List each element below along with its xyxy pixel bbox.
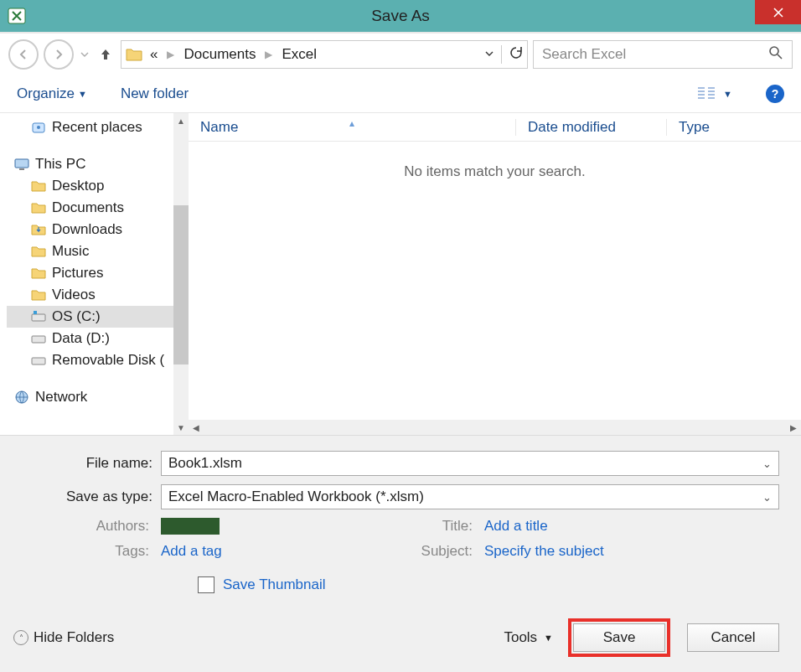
- chevron-down-icon[interactable]: ⌄: [762, 457, 772, 470]
- view-options-button[interactable]: ▼: [696, 85, 732, 102]
- subject-field[interactable]: Specify the subject: [484, 543, 604, 560]
- breadcrumb-documents[interactable]: Documents: [178, 46, 261, 63]
- folder-icon: [30, 221, 47, 238]
- file-list: Name ▴ Date modified Type No items match…: [189, 113, 801, 435]
- column-date-modified[interactable]: Date modified: [515, 119, 666, 136]
- save-form: File name: Book1.xlsm ⌄ Save as type: Ex…: [0, 435, 801, 610]
- breadcrumb-ellipsis[interactable]: «: [145, 46, 163, 63]
- save-type-value: Excel Macro-Enabled Workbook (*.xlsm): [168, 488, 424, 505]
- scroll-left-button[interactable]: ◀: [189, 420, 204, 435]
- recent-places-icon: [30, 119, 47, 136]
- tree-item-downloads[interactable]: Downloads: [7, 219, 189, 240]
- tree-item-pictures[interactable]: Pictures: [7, 262, 189, 284]
- scroll-right-button[interactable]: ▶: [786, 420, 801, 435]
- tree-label: Desktop: [52, 178, 104, 194]
- tree-item-network[interactable]: Network: [7, 386, 189, 408]
- back-button[interactable]: [8, 39, 39, 70]
- tree-label: Recent places: [52, 119, 142, 136]
- caret-down-icon: ▼: [723, 89, 732, 99]
- save-thumbnail-checkbox[interactable]: [198, 576, 214, 593]
- computer-icon: [13, 156, 30, 173]
- folder-icon: [30, 178, 47, 194]
- tree-label: Videos: [52, 287, 96, 303]
- close-button[interactable]: [755, 0, 801, 24]
- up-button[interactable]: [96, 44, 116, 65]
- save-highlight: Save: [568, 618, 670, 657]
- tree-item-documents[interactable]: Documents: [7, 197, 189, 219]
- search-icon[interactable]: [768, 45, 783, 64]
- cancel-button[interactable]: Cancel: [687, 623, 779, 652]
- tree-item-removable[interactable]: Removable Disk (: [7, 349, 189, 371]
- divider: [501, 45, 502, 64]
- column-label: Name: [200, 119, 238, 135]
- folder-icon: [125, 45, 143, 64]
- tools-label: Tools: [504, 629, 537, 646]
- caret-down-icon: ▼: [544, 633, 553, 643]
- title-label: Title:: [400, 518, 484, 535]
- save-button[interactable]: Save: [573, 623, 665, 652]
- svg-rect-17: [32, 358, 45, 364]
- search-input[interactable]: [542, 46, 768, 63]
- tree-item-music[interactable]: Music: [7, 240, 189, 262]
- file-name-input[interactable]: Book1.xlsm ⌄: [161, 451, 779, 476]
- scrollbar-track[interactable]: [204, 420, 786, 435]
- recent-locations-dropdown[interactable]: [79, 39, 90, 70]
- organize-label: Organize: [17, 85, 75, 102]
- tree-label: OS (C:): [52, 308, 101, 325]
- scroll-down-button[interactable]: ▼: [173, 420, 189, 435]
- scroll-up-button[interactable]: ▲: [173, 113, 189, 128]
- help-button[interactable]: ?: [766, 85, 784, 103]
- toolbar: Organize ▼ New folder ▼ ?: [0, 75, 801, 112]
- hide-folders-button[interactable]: ˄ Hide Folders: [13, 629, 114, 646]
- tree-item-desktop[interactable]: Desktop: [7, 175, 189, 197]
- drive-icon: [30, 308, 47, 325]
- title-bar: Save As: [0, 0, 801, 32]
- excel-icon: [7, 6, 27, 26]
- svg-point-11: [37, 126, 40, 129]
- search-box[interactable]: [533, 40, 793, 69]
- tools-button[interactable]: Tools ▼: [504, 629, 553, 646]
- scrollbar-thumb[interactable]: [173, 205, 189, 364]
- tree-item-data-d[interactable]: Data (D:): [7, 328, 189, 349]
- tree-item-os-c[interactable]: OS (C:): [7, 306, 189, 328]
- chevron-right-icon[interactable]: ▶: [164, 49, 177, 60]
- tree-item-this-pc[interactable]: This PC: [7, 153, 189, 175]
- title-field[interactable]: Add a title: [484, 518, 548, 535]
- chevron-right-icon[interactable]: ▶: [262, 49, 275, 60]
- network-icon: [13, 389, 30, 406]
- drive-icon: [30, 352, 47, 369]
- address-dropdown[interactable]: [484, 49, 494, 61]
- folder-icon: [30, 265, 47, 282]
- forward-button[interactable]: [44, 39, 74, 70]
- navigation-tree: ▲ ▼ Recent places This PC Desktop Docume…: [0, 113, 189, 435]
- address-bar[interactable]: « ▶ Documents ▶ Excel: [121, 40, 528, 69]
- authors-label: Authors:: [22, 518, 161, 535]
- refresh-button[interactable]: [509, 45, 524, 64]
- chevron-down-icon[interactable]: ⌄: [762, 491, 772, 504]
- save-thumbnail-label[interactable]: Save Thumbnail: [223, 576, 326, 593]
- svg-rect-14: [32, 314, 45, 321]
- main-area: ▲ ▼ Recent places This PC Desktop Docume…: [0, 112, 801, 435]
- save-thumbnail-row: Save Thumbnail: [198, 576, 779, 593]
- tags-field[interactable]: Add a tag: [161, 543, 222, 560]
- breadcrumb-excel[interactable]: Excel: [276, 46, 322, 63]
- organize-button[interactable]: Organize ▼: [17, 85, 87, 102]
- save-type-select[interactable]: Excel Macro-Enabled Workbook (*.xlsm) ⌄: [161, 484, 779, 509]
- new-folder-button[interactable]: New folder: [121, 85, 189, 102]
- authors-field[interactable]: [161, 518, 220, 535]
- caret-down-icon: ▼: [78, 89, 87, 99]
- tree-item-recent-places[interactable]: Recent places: [7, 116, 189, 138]
- drive-icon: [30, 330, 47, 347]
- svg-rect-16: [32, 336, 45, 343]
- sort-ascending-icon: ▴: [349, 117, 354, 129]
- column-name[interactable]: Name ▴: [189, 119, 515, 136]
- tree-label: This PC: [35, 156, 85, 173]
- tree-label: Removable Disk (: [52, 352, 164, 369]
- tree-label: Network: [35, 389, 87, 406]
- tree-label: Documents: [52, 199, 124, 216]
- file-name-value: Book1.xlsm: [168, 455, 242, 472]
- horizontal-scrollbar[interactable]: ◀ ▶: [189, 420, 801, 435]
- column-header-row: Name ▴ Date modified Type: [189, 113, 801, 142]
- tree-item-videos[interactable]: Videos: [7, 284, 189, 306]
- column-type[interactable]: Type: [666, 119, 801, 136]
